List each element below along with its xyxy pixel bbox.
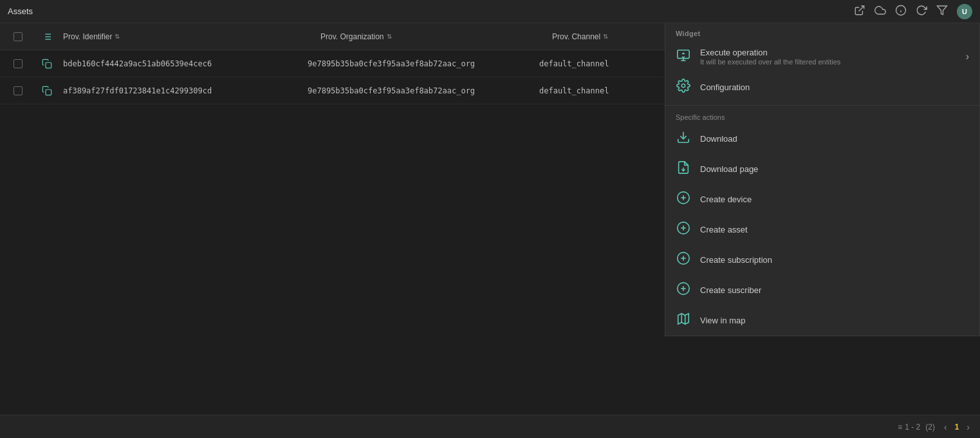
top-bar: Assets bbox=[0, 0, 980, 23]
col-header-prov-identifier[interactable]: Prov. Identifier ⇅ bbox=[63, 32, 308, 41]
export-icon[interactable] bbox=[854, 5, 865, 19]
svg-point-13 bbox=[681, 84, 685, 88]
top-bar-icons: U bbox=[854, 4, 972, 19]
download-page-item[interactable]: Download page bbox=[665, 154, 979, 184]
create-subscription-content: Create subscription bbox=[700, 255, 969, 265]
svg-marker-3 bbox=[938, 6, 947, 15]
cell-prov-id-2: af389af27fdf01723841e1c4299309cd bbox=[63, 86, 295, 95]
pagination-lines-icon: ≡ bbox=[898, 423, 902, 432]
copy-icon-2[interactable] bbox=[31, 86, 63, 96]
sort-icon-prov-channel: ⇅ bbox=[603, 33, 608, 40]
cloud-icon[interactable] bbox=[874, 5, 886, 19]
view-in-map-label: View in map bbox=[700, 316, 969, 325]
info-icon[interactable] bbox=[895, 5, 907, 19]
row-checkbox-1[interactable] bbox=[5, 59, 31, 68]
create-asset-icon bbox=[676, 221, 691, 238]
panel-divider-1 bbox=[665, 105, 979, 106]
configuration-icon bbox=[676, 79, 691, 96]
col-header-prov-organization[interactable]: Prov. Organization ⇅ bbox=[308, 32, 552, 41]
configuration-label: Configuration bbox=[700, 82, 969, 92]
download-page-content: Download page bbox=[700, 164, 969, 174]
execute-operation-sublabel: It will be executed over all the filtere… bbox=[700, 58, 957, 66]
execute-operation-label: Execute operation bbox=[700, 48, 957, 57]
create-subscriber-label: Create suscriber bbox=[700, 285, 969, 295]
create-subscriber-content: Create suscriber bbox=[700, 285, 969, 295]
widget-section-header: Widget bbox=[665, 23, 979, 41]
create-asset-label: Create asset bbox=[700, 225, 969, 234]
pagination-prev-button[interactable]: ‹ bbox=[941, 421, 950, 433]
create-subscription-icon bbox=[676, 251, 691, 269]
create-subscriber-item[interactable]: Create suscriber bbox=[665, 275, 979, 305]
create-device-icon bbox=[676, 191, 691, 208]
sort-icon-prov-id: ⇅ bbox=[115, 33, 120, 40]
row-select-checkbox-2[interactable] bbox=[14, 86, 23, 95]
view-in-map-item[interactable]: View in map bbox=[665, 305, 979, 336]
view-in-map-content: View in map bbox=[700, 316, 969, 325]
create-subscription-item[interactable]: Create subscription bbox=[665, 245, 979, 275]
execute-operation-content: Execute operation It will be executed ov… bbox=[700, 48, 957, 66]
cell-prov-org-2: 9e7895b35ba0cfe3f95aa3ef8ab72aac_org bbox=[295, 86, 539, 95]
download-page-label: Download page bbox=[700, 164, 969, 174]
create-asset-item[interactable]: Create asset bbox=[665, 214, 979, 245]
execute-operation-item[interactable]: Execute operation It will be executed ov… bbox=[665, 41, 979, 72]
create-device-item[interactable]: Create device bbox=[665, 184, 979, 214]
view-in-map-icon bbox=[676, 312, 691, 329]
avatar-icon[interactable]: U bbox=[957, 4, 972, 19]
download-label: Download bbox=[700, 134, 969, 144]
download-icon bbox=[676, 130, 691, 148]
pagination-next-button[interactable]: › bbox=[964, 421, 972, 433]
create-subscription-label: Create subscription bbox=[700, 255, 969, 265]
copy-icon-1[interactable] bbox=[31, 59, 63, 69]
create-device-label: Create device bbox=[700, 195, 969, 204]
pagination-range: 1 - 2 bbox=[905, 423, 920, 432]
configuration-item[interactable]: Configuration bbox=[665, 72, 979, 102]
page-title: Assets bbox=[8, 6, 33, 16]
pagination-nav: ‹ 1 › bbox=[941, 421, 972, 433]
header-checkbox-cell bbox=[5, 32, 31, 41]
header-filter-icon[interactable] bbox=[31, 32, 63, 42]
download-item[interactable]: Download bbox=[665, 124, 979, 154]
row-select-checkbox-1[interactable] bbox=[14, 59, 23, 68]
download-content: Download bbox=[700, 134, 969, 144]
row-checkbox-2[interactable] bbox=[5, 86, 31, 95]
select-all-checkbox[interactable] bbox=[14, 32, 23, 41]
pagination-current-page: 1 bbox=[955, 423, 959, 432]
specific-actions-header: Specific actions bbox=[665, 108, 979, 124]
execute-operation-arrow: › bbox=[966, 51, 969, 62]
svg-marker-28 bbox=[678, 314, 689, 325]
pagination-total: (2) bbox=[925, 423, 935, 432]
filter-icon[interactable] bbox=[936, 5, 948, 19]
refresh-icon[interactable] bbox=[916, 5, 927, 19]
bottom-bar: ≡ 1 - 2 (2) ‹ 1 › bbox=[0, 415, 980, 438]
cell-prov-org-1: 9e7895b35ba0cfe3f95aa3ef8ab72aac_org bbox=[295, 59, 539, 68]
widget-panel: Widget Execute operation It will be exec… bbox=[665, 23, 980, 336]
svg-rect-11 bbox=[46, 90, 51, 95]
create-subscriber-icon bbox=[676, 281, 691, 299]
sort-icon-prov-org: ⇅ bbox=[387, 33, 392, 40]
pagination-info: ≡ 1 - 2 (2) bbox=[898, 423, 935, 432]
execute-operation-icon bbox=[676, 48, 691, 66]
svg-rect-10 bbox=[46, 62, 51, 68]
cell-prov-id-1: bdeb160cf4442a9ac51ab06539e4cec6 bbox=[63, 59, 295, 68]
create-asset-content: Create asset bbox=[700, 225, 969, 234]
create-device-content: Create device bbox=[700, 195, 969, 204]
configuration-content: Configuration bbox=[700, 82, 969, 92]
download-page-icon bbox=[676, 160, 691, 178]
